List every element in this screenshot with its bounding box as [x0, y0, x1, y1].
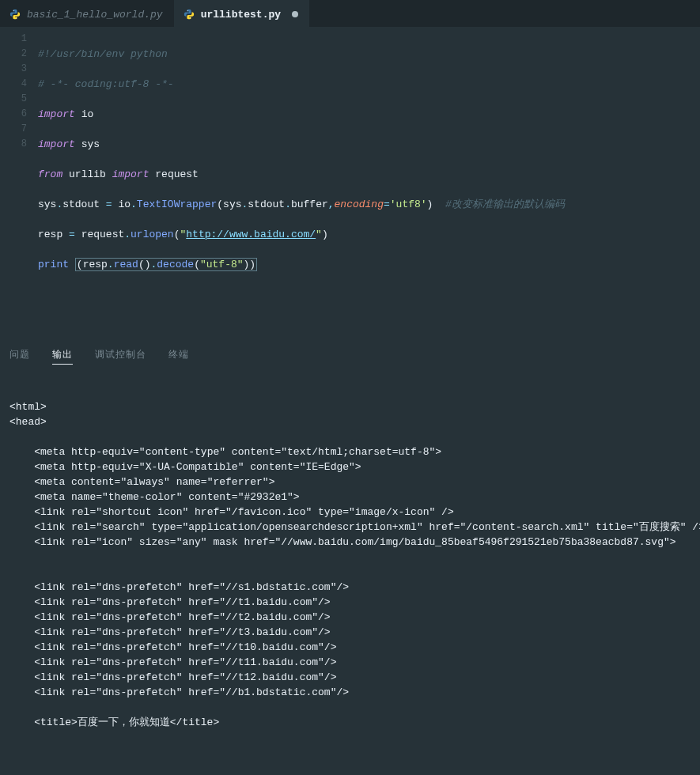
line-number: 8	[0, 137, 27, 152]
url: http://www.baidu.com/	[186, 229, 316, 240]
output-panel[interactable]: <html> <head> <meta http-equiv="content-…	[0, 391, 700, 775]
code-line: #!/usr/bin/env python	[38, 48, 168, 60]
tok: .	[108, 259, 114, 270]
tok: resp	[83, 259, 108, 270]
line-number: 2	[0, 47, 27, 62]
line-number: 5	[0, 92, 27, 107]
tok: io	[118, 198, 131, 210]
panel-tab-terminal[interactable]: 终端	[168, 348, 189, 361]
svg-point-3	[190, 17, 191, 18]
tok: ,	[328, 198, 335, 210]
line-number: 3	[0, 62, 27, 77]
unsaved-indicator-icon	[292, 11, 298, 17]
tok: sys	[223, 198, 241, 210]
python-file-icon	[184, 9, 195, 20]
line-number: 7	[0, 122, 27, 137]
tok: (	[217, 198, 223, 210]
fn: read	[114, 259, 138, 270]
code-line: # -*- coding:utf-8 -*-	[38, 78, 174, 90]
line-number: 6	[0, 107, 27, 122]
code-editor[interactable]: 1 2 3 4 5 6 7 8 #!/usr/bin/env python # …	[0, 27, 700, 302]
tok: (	[77, 259, 83, 270]
tok	[69, 259, 75, 270]
fn: print	[38, 259, 69, 270]
fn: TextIOWrapper	[137, 198, 217, 210]
tok: .	[131, 198, 137, 210]
panel-tab-output[interactable]: 输出	[52, 348, 73, 361]
line-number: 4	[0, 77, 27, 92]
tok: =	[100, 198, 118, 210]
tok: "	[316, 229, 322, 240]
tok: stdout	[248, 198, 285, 210]
panel-tab-debug-console[interactable]: 调试控制台	[95, 348, 146, 361]
line-number: 1	[0, 32, 27, 47]
svg-point-0	[13, 10, 14, 11]
kwarg: encoding	[335, 198, 384, 210]
pkg: urllib	[69, 168, 106, 180]
panel-tabs: 问题 输出 调试控制台 终端	[0, 340, 700, 368]
tok: buffer	[291, 198, 328, 210]
tab-urllibtest[interactable]: urllibtest.py	[174, 0, 309, 27]
code-content[interactable]: #!/usr/bin/env python # -*- coding:utf-8…	[38, 32, 565, 302]
tok: =	[62, 229, 81, 240]
tok: request	[81, 229, 125, 240]
panel-tab-problems[interactable]: 问题	[9, 348, 30, 361]
tab-label: basic_1_hello_world.py	[27, 9, 163, 21]
mod: sys	[81, 138, 100, 150]
tok: )	[249, 259, 255, 270]
tok: =	[384, 198, 390, 210]
svg-point-2	[187, 10, 187, 11]
tok: .	[285, 198, 291, 210]
editor-tabs: basic_1_hello_world.py urllibtest.py	[0, 0, 700, 27]
line-number-gutter: 1 2 3 4 5 6 7 8	[0, 32, 38, 302]
tok: sys	[38, 198, 56, 210]
tok: stdout	[62, 198, 100, 210]
kw: import	[112, 168, 149, 180]
tok: (	[194, 259, 200, 270]
python-file-icon	[9, 9, 21, 20]
fn: urlopen	[131, 229, 174, 240]
tok: resp	[38, 229, 62, 240]
tok: ()	[138, 259, 151, 270]
str: 'utf8'	[390, 198, 427, 210]
kw: from	[38, 168, 62, 180]
kw: import	[38, 138, 75, 150]
mod: io	[81, 108, 94, 120]
tab-basic-hello-world[interactable]: basic_1_hello_world.py	[0, 0, 174, 27]
comment: #改变标准输出的默认编码	[433, 198, 564, 210]
tok: )	[322, 229, 328, 240]
svg-point-1	[16, 17, 17, 18]
mod: request	[155, 168, 199, 180]
kw: import	[38, 108, 75, 120]
tab-label: urllibtest.py	[201, 9, 281, 21]
str: "utf-8"	[200, 259, 244, 270]
tok: .	[124, 229, 131, 240]
fn: decode	[157, 259, 194, 270]
